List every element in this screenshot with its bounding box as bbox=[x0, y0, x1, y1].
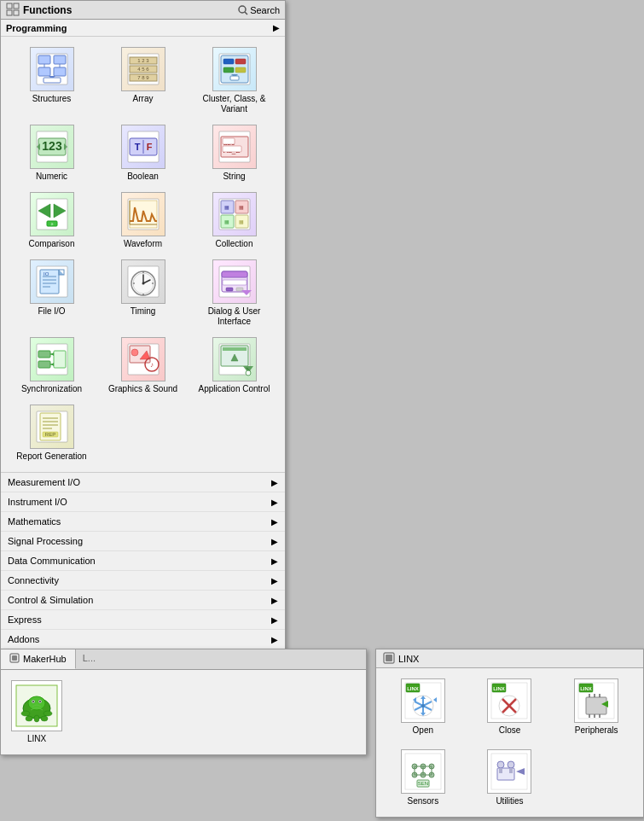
icon-report[interactable]: REP Report Generation bbox=[8, 401, 96, 465]
makerhub-tab-sublabel: L... bbox=[76, 649, 102, 669]
icon-fileio[interactable]: IO File I/O bbox=[8, 256, 96, 330]
comparison-label: Comparison bbox=[29, 239, 75, 249]
appcontrol-icon-box bbox=[212, 337, 257, 381]
svg-text:▦: ▦ bbox=[239, 205, 244, 210]
icon-collection[interactable]: ▦ ▦ ▦ ▦ Collection bbox=[190, 189, 278, 253]
linx-peripherals-label: Peripherals bbox=[575, 725, 618, 736]
graphics-label: Graphics & Sound bbox=[108, 384, 177, 394]
tab-makerhub[interactable]: MakerHub bbox=[1, 649, 76, 669]
svg-text:1 2 3: 1 2 3 bbox=[137, 58, 149, 63]
dialog-label: Dialog & User Interface bbox=[192, 306, 276, 327]
svg-rect-45 bbox=[223, 146, 241, 152]
linx-header-icon bbox=[383, 652, 395, 666]
svg-rect-25 bbox=[235, 59, 246, 64]
icon-boolean[interactable]: T F Boolean bbox=[99, 121, 187, 185]
array-label: Array bbox=[133, 94, 154, 104]
icon-appcontrol[interactable]: Application Control bbox=[190, 334, 278, 398]
svg-text:▦: ▦ bbox=[224, 219, 229, 224]
array-icon-box: 1 2 3 4 5 6 7 8 9 bbox=[121, 47, 165, 91]
submenu-mathematics[interactable]: Mathematics ▶ bbox=[1, 512, 285, 532]
submenu-signal-processing[interactable]: Signal Processing ▶ bbox=[1, 532, 285, 551]
svg-text:≥: ≥ bbox=[50, 221, 53, 226]
icon-comparison[interactable]: ≥ Comparison bbox=[8, 189, 96, 253]
svg-rect-92 bbox=[38, 361, 50, 368]
linx-sensors-item[interactable]: SEN Sensors bbox=[383, 746, 463, 810]
string-label: String bbox=[223, 172, 245, 182]
makerhub-content: LINX bbox=[1, 670, 366, 754]
panel-title: Functions bbox=[23, 4, 72, 16]
svg-rect-85 bbox=[222, 271, 247, 277]
svg-rect-0 bbox=[7, 3, 12, 9]
arrow-icon: ▶ bbox=[271, 537, 278, 546]
svg-point-110 bbox=[246, 370, 251, 376]
svg-rect-86 bbox=[223, 280, 247, 285]
svg-rect-3 bbox=[14, 10, 19, 15]
svg-text:LINX: LINX bbox=[494, 686, 506, 691]
linx-close-label: Close bbox=[499, 725, 521, 736]
svg-text:♪: ♪ bbox=[150, 361, 154, 369]
submenu-connectivity[interactable]: Connectivity ▶ bbox=[1, 571, 285, 591]
linx-utilities-icon-box bbox=[487, 749, 531, 794]
icon-numeric[interactable]: 123 Numeric bbox=[8, 121, 96, 185]
svg-rect-44 bbox=[223, 138, 235, 144]
functions-panel: Functions Search Programming ▶ bbox=[0, 0, 286, 707]
linx-peripherals-item[interactable]: LINX Peripherals bbox=[556, 675, 636, 739]
icon-waveform[interactable]: Waveform bbox=[99, 189, 187, 253]
svg-point-129 bbox=[44, 711, 52, 716]
submenu-instrument-io[interactable]: Instrument I/O ▶ bbox=[1, 492, 285, 512]
linx-item-label: LINX bbox=[27, 734, 46, 744]
linx-sensors-icon-box: SEN bbox=[401, 749, 445, 794]
linx-close-icon-box: LINX bbox=[487, 678, 531, 723]
fileio-label: File I/O bbox=[38, 306, 65, 317]
linx-open-icon-box: LINX bbox=[401, 678, 445, 723]
icon-synchronization[interactable]: Synchronization bbox=[8, 334, 96, 398]
svg-point-126 bbox=[32, 701, 34, 702]
graphics-icon-box: ♪ bbox=[121, 337, 165, 381]
tab-bar: MakerHub L... bbox=[1, 649, 366, 670]
collection-label: Collection bbox=[216, 239, 253, 249]
arrow-icon: ▶ bbox=[271, 596, 278, 605]
functions-icon bbox=[6, 3, 20, 18]
timing-icon-box bbox=[121, 259, 165, 304]
svg-point-132 bbox=[34, 715, 39, 722]
submenu-data-communication[interactable]: Data Communication ▶ bbox=[1, 551, 285, 571]
icon-graphics[interactable]: ♪ Graphics & Sound bbox=[99, 334, 187, 398]
icon-string[interactable]: abc Aa_B String bbox=[190, 121, 278, 185]
icon-dialog[interactable]: Dialog & User Interface bbox=[190, 256, 278, 330]
search-button[interactable]: Search bbox=[238, 5, 280, 15]
linx-utilities-label: Utilities bbox=[496, 796, 523, 806]
submenu-control-simulation[interactable]: Control & Simulation ▶ bbox=[1, 591, 285, 610]
linx-open-item[interactable]: LINX Open bbox=[383, 675, 463, 739]
string-icon-box: abc Aa_B bbox=[212, 125, 257, 169]
icon-cluster[interactable]: Cluster, Class, & Variant bbox=[190, 44, 278, 118]
cluster-icon-box bbox=[212, 47, 257, 91]
boolean-label: Boolean bbox=[127, 172, 159, 182]
submenu-addons[interactable]: Addons ▶ bbox=[1, 630, 285, 649]
svg-text:4 5 6: 4 5 6 bbox=[137, 67, 149, 72]
svg-text:7 8 9: 7 8 9 bbox=[137, 75, 149, 80]
linx-content: LINX Open bbox=[376, 668, 643, 817]
arrow-icon: ▶ bbox=[271, 517, 278, 527]
svg-rect-120 bbox=[12, 655, 17, 661]
svg-rect-91 bbox=[38, 351, 50, 358]
sync-icon-box bbox=[30, 337, 74, 381]
dialog-icon-box bbox=[212, 259, 257, 304]
makerhub-linx-item[interactable]: LINX bbox=[8, 677, 66, 748]
linx-close-item[interactable]: LINX Close bbox=[470, 675, 550, 739]
cluster-label: Cluster, Class, & Variant bbox=[192, 94, 276, 114]
submenu-measurement-io[interactable]: Measurement I/O ▶ bbox=[1, 473, 285, 492]
icon-array[interactable]: 1 2 3 4 5 6 7 8 9 Array bbox=[99, 44, 187, 118]
panel-header: Functions Search bbox=[1, 1, 285, 20]
arrow-icon: ▶ bbox=[271, 576, 278, 585]
linx-peripherals-icon-box: LINX bbox=[574, 678, 618, 723]
icon-timing[interactable]: Timing bbox=[99, 256, 187, 330]
svg-point-4 bbox=[239, 6, 246, 13]
linx-sensors-label: Sensors bbox=[407, 796, 438, 806]
svg-text:▦: ▦ bbox=[239, 219, 244, 224]
linx-utilities-item[interactable]: Utilities bbox=[470, 746, 550, 810]
submenu-express[interactable]: Express ▶ bbox=[1, 610, 285, 630]
svg-rect-1 bbox=[14, 3, 19, 9]
svg-rect-27 bbox=[235, 67, 246, 73]
arrow-icon: ▶ bbox=[271, 635, 278, 644]
icon-structures[interactable]: Structures bbox=[8, 44, 96, 118]
